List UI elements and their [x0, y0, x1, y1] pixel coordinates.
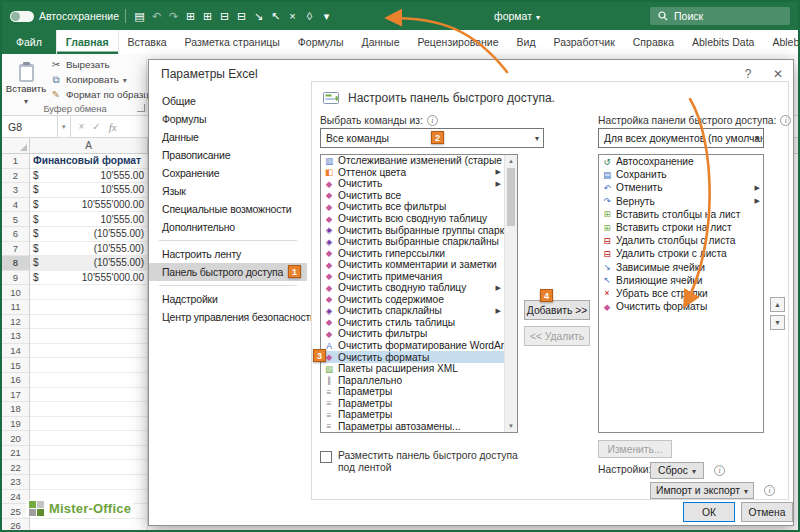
command-item[interactable]: ◆Очистить всю сводную таблицу: [321, 213, 504, 225]
qat-item[interactable]: ↖Влияющие ячейки: [599, 274, 763, 287]
import-export-button[interactable]: Импорт и экспорт: [650, 482, 754, 499]
remove-button[interactable]: << Удалить: [524, 326, 590, 346]
ribbon-tab[interactable]: Формулы: [289, 30, 353, 54]
select-all-corner[interactable]: [2, 138, 30, 153]
row-header[interactable]: 6: [2, 227, 30, 242]
cell[interactable]: $10'555.00: [30, 169, 148, 184]
command-item[interactable]: ◈Очистить выбранные группы спарк...: [321, 224, 504, 236]
qat-item[interactable]: ◆Очистить форматы: [599, 300, 763, 313]
row-header[interactable]: 16: [2, 373, 30, 388]
precedents-icon[interactable]: ↖: [268, 8, 283, 24]
qat-item[interactable]: ⊟Удалить строки с листа: [599, 247, 763, 260]
cell[interactable]: [30, 315, 148, 330]
row-header[interactable]: 21: [2, 446, 30, 461]
row-header[interactable]: 7: [2, 242, 30, 257]
cell[interactable]: [30, 358, 148, 373]
command-item[interactable]: ≡Параметры: [321, 397, 504, 409]
cell[interactable]: [30, 344, 148, 359]
move-up-button[interactable]: ▲: [770, 297, 785, 312]
cell[interactable]: [30, 329, 148, 344]
row-header[interactable]: 12: [2, 315, 30, 330]
row-header[interactable]: 17: [2, 388, 30, 403]
command-item[interactable]: ◆Очистить сводную таблицу▶: [321, 282, 504, 294]
qat-item[interactable]: ⊞Вставить строки на лист: [599, 221, 763, 234]
redo-icon[interactable]: ↷: [166, 8, 181, 24]
row-header[interactable]: 20: [2, 431, 30, 446]
row-header[interactable]: 15: [2, 358, 30, 373]
cell[interactable]: $(10'555.00): [30, 256, 148, 271]
command-item[interactable]: ◆Очистить все фильтры: [321, 201, 504, 213]
format-dropdown[interactable]: формат: [494, 2, 540, 30]
command-item[interactable]: ◆Очистить фильтры: [321, 328, 504, 340]
row-header[interactable]: 4: [2, 198, 30, 213]
ribbon-tab[interactable]: Справка: [624, 30, 683, 54]
cell[interactable]: $10'555'000.00: [30, 271, 148, 286]
checkbox[interactable]: [320, 451, 332, 463]
sidebar-item[interactable]: Правописание: [149, 146, 307, 164]
name-box-caret-icon[interactable]: ▾: [58, 116, 71, 137]
customize-qat-select[interactable]: Для всех документов (по умолчан...: [598, 128, 764, 148]
ok-button[interactable]: ОК: [683, 502, 735, 522]
scrollbar[interactable]: ▲ ▼: [504, 155, 517, 432]
cell[interactable]: $10'555.00: [30, 212, 148, 227]
cut-button[interactable]: ✂ Вырезать: [50, 58, 154, 71]
delete-rows-icon[interactable]: ⊟: [234, 8, 249, 24]
row-header[interactable]: 23: [2, 475, 30, 490]
copy-button[interactable]: ⧉ Копировать: [50, 73, 154, 86]
qat-item[interactable]: ↷Вернуть▶: [599, 195, 763, 208]
row-header[interactable]: 11: [2, 300, 30, 315]
row-header[interactable]: 26: [2, 519, 30, 532]
cell[interactable]: [30, 446, 148, 461]
command-item[interactable]: ≡Параметры: [321, 386, 504, 398]
search-input[interactable]: Поиск: [650, 7, 790, 25]
sidebar-item[interactable]: Настроить ленту: [149, 245, 307, 263]
command-item[interactable]: ◈Очистить выбранные спарклайны: [321, 236, 504, 248]
ribbon-tab[interactable]: Ablebits Tools: [763, 30, 800, 54]
name-box[interactable]: G8: [2, 116, 58, 137]
sidebar-item[interactable]: Центр управления безопасностью: [149, 308, 307, 326]
sidebar-item[interactable]: Сохранение: [149, 164, 307, 182]
qat-item[interactable]: ↺Автосохранение: [599, 155, 763, 168]
command-item[interactable]: ▧Пакеты расширения XML: [321, 363, 504, 375]
sidebar-item[interactable]: Общие: [149, 92, 307, 110]
cancel-button[interactable]: Отмена: [741, 502, 793, 522]
cell[interactable]: $10'555.00: [30, 183, 148, 198]
qat-item[interactable]: ▤Сохранить: [599, 168, 763, 181]
clear-formats-icon[interactable]: ◊: [302, 8, 317, 24]
sidebar-item[interactable]: Специальные возможности: [149, 200, 307, 218]
ribbon-tab[interactable]: Ablebits Data: [683, 30, 763, 54]
ribbon-tab[interactable]: Разметка страницы: [176, 30, 289, 54]
command-item[interactable]: ◆Очистить содержимое: [321, 294, 504, 306]
insert-function-icon[interactable]: fx: [109, 121, 117, 133]
command-item[interactable]: ◆Очистить примечания: [321, 270, 504, 282]
command-item[interactable]: ◆Очистить все: [321, 190, 504, 202]
save-icon[interactable]: ▤: [132, 8, 147, 24]
command-item[interactable]: ◆Очистить▶: [321, 178, 504, 190]
ribbon-tab[interactable]: Главная: [56, 30, 119, 54]
confirm-entry-icon[interactable]: ✓: [92, 121, 100, 132]
ribbon-tab[interactable]: Разработчик: [545, 30, 624, 54]
reset-button[interactable]: Сброс: [650, 462, 704, 479]
choose-commands-select[interactable]: Все команды 2: [320, 128, 544, 148]
autosave-toggle-pill[interactable]: [10, 11, 34, 22]
cell[interactable]: Финансовый формат: [30, 154, 148, 169]
row-header[interactable]: 2: [2, 169, 30, 184]
remove-arrows-icon[interactable]: ×: [285, 8, 300, 24]
command-item[interactable]: ▥Отслеживание изменений (старые в...▶: [321, 155, 504, 167]
autosave-toggle[interactable]: Автосохранение: [10, 10, 119, 22]
cell[interactable]: [30, 460, 148, 475]
row-header[interactable]: 10: [2, 285, 30, 300]
dependents-icon[interactable]: ↘: [251, 8, 266, 24]
ribbon-tab[interactable]: Рецензирование: [408, 30, 507, 54]
cell[interactable]: $(10'555.00): [30, 227, 148, 242]
sidebar-item[interactable]: Дополнительно: [149, 218, 307, 236]
command-item[interactable]: ◈Очистить спарклайны▶: [321, 305, 504, 317]
dialog-launcher-icon[interactable]: [137, 104, 145, 112]
sidebar-item[interactable]: Панель быстрого доступа1: [149, 263, 307, 281]
modify-button[interactable]: Изменить...: [598, 440, 672, 458]
row-header[interactable]: 13: [2, 329, 30, 344]
column-header-a[interactable]: A: [30, 138, 148, 153]
sidebar-item[interactable]: Язык: [149, 182, 307, 200]
ribbon-tab[interactable]: Данные: [353, 30, 409, 54]
cell[interactable]: [30, 388, 148, 403]
